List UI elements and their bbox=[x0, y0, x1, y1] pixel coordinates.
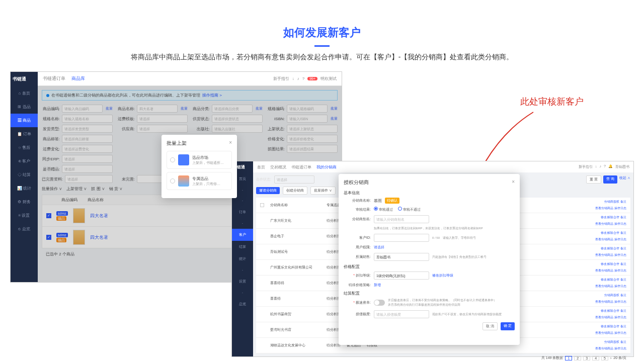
alias-input[interactable]: 请输入分销商别名 bbox=[374, 215, 429, 223]
sidebar-item[interactable]: ⚙ 财务 bbox=[11, 195, 38, 209]
page-5[interactable]: 5 bbox=[601, 356, 608, 360]
cancel-button[interactable]: 取 消 bbox=[482, 322, 498, 330]
permission-label: 用户权限: bbox=[344, 245, 371, 250]
tab-orders[interactable]: 书链通订单 bbox=[291, 164, 311, 170]
tab-my-distributors[interactable]: 我的分销商 bbox=[316, 164, 337, 170]
sidebar-item[interactable]: ◇ 结算 bbox=[11, 168, 38, 182]
sidebar-item[interactable]: ⊞ 选品 bbox=[11, 100, 38, 114]
user-name[interactable]: 育铄图书 bbox=[615, 164, 629, 169]
checkbox[interactable] bbox=[260, 203, 264, 207]
row-actions[interactable]: 分销商授权 备注查看分销商品 操作日志 bbox=[581, 340, 626, 351]
close-icon[interactable]: × bbox=[229, 140, 232, 147]
radio-icon[interactable] bbox=[170, 178, 175, 184]
guide-link[interactable]: 新手指引 bbox=[579, 164, 593, 169]
add-special-price-link[interactable]: 新增 bbox=[374, 283, 381, 288]
authorize-distributor-modal: 授权分销商 × 基本信息 分销商名称: 慕雨 待确认 审核结果: 审核通过 审核… bbox=[339, 174, 520, 345]
row-actions[interactable]: 修改 解除合作 备注查看分销商品 操作日志 bbox=[581, 278, 626, 289]
option-exclusive[interactable]: 专属选品 上架后，只有你… bbox=[167, 172, 232, 190]
exclusive-icon bbox=[178, 175, 189, 187]
collapse-toggle[interactable]: 收起 ∧ bbox=[619, 175, 630, 184]
create-distributor-button[interactable]: 创建分销商 bbox=[283, 187, 307, 195]
modal-title: 授权分销商 bbox=[344, 179, 369, 186]
page-4[interactable]: 4 bbox=[592, 356, 599, 360]
radio-approve[interactable]: 审核通过 bbox=[374, 207, 393, 212]
download-icon[interactable]: ↓ bbox=[292, 76, 294, 81]
row-actions[interactable]: 修改 解除合作 备注查看分销商品 操作日志 bbox=[581, 262, 626, 273]
row-actions[interactable]: 修改 解除合作 备注查看分销商品 操作日志 bbox=[581, 231, 626, 242]
batch-listing-modal: 批量上架 × 选品市场 上架后，书链通所… 专属选品 上架后，只有你… bbox=[162, 135, 237, 198]
notification-badge[interactable]: 99+ bbox=[307, 77, 317, 80]
fast-push-hint: 开启极速推单后，订单将不受分销商金单策略。（同时也不会计入书链通单单中） 并且系… bbox=[388, 298, 515, 307]
help-icon[interactable]: ? bbox=[302, 76, 304, 81]
sidebar-item[interactable]: 总览 bbox=[232, 298, 253, 310]
sidebar-item[interactable]: 📋 订单 bbox=[11, 127, 38, 141]
tab-home[interactable]: 首页 bbox=[257, 164, 265, 170]
section-settlement-config: 结算配置 bbox=[344, 291, 515, 296]
permission-select[interactable]: 请选择 bbox=[374, 245, 384, 250]
sidebar-item[interactable]: ≡ 设置 bbox=[11, 209, 38, 222]
radio-icon[interactable] bbox=[170, 157, 175, 162]
row-actions[interactable]: 分销商授权 备注查看分销商品 操作日志 bbox=[581, 293, 626, 304]
row-actions[interactable]: 修改 解除合作 备注查看分销商品 操作日志 bbox=[581, 309, 626, 320]
guide-link[interactable]: 新手指引 bbox=[273, 76, 289, 81]
page-size[interactable]: 20 条/页 bbox=[613, 355, 626, 360]
sidebar-item[interactable]: ○ 售后 bbox=[11, 141, 38, 154]
close-icon[interactable]: × bbox=[512, 179, 515, 186]
sidebar-item[interactable]: · bbox=[232, 288, 253, 298]
page-3[interactable]: 3 bbox=[583, 356, 590, 360]
bell-icon[interactable]: 🔔 bbox=[608, 164, 613, 169]
sound-icon[interactable]: ♪ bbox=[600, 164, 602, 169]
sales-select[interactable]: 育铄图书 bbox=[374, 253, 429, 261]
download-icon[interactable]: ↓ bbox=[595, 164, 597, 169]
char-count: 0 / 50 bbox=[432, 236, 440, 239]
option-marketplace[interactable]: 选品市场 上架后，书链通所… bbox=[167, 151, 232, 169]
section-basic-info: 基本信息 bbox=[344, 190, 515, 196]
tab-orders[interactable]: 书链通订单 bbox=[43, 75, 65, 82]
option-sub: 上架后，书链通所… bbox=[192, 160, 224, 165]
status-select[interactable]: 请选择 bbox=[274, 175, 314, 184]
row-actions[interactable]: 修改 解除合作 备注查看分销商品 操作日志 bbox=[581, 246, 626, 257]
sidebar-item[interactable]: · bbox=[232, 265, 253, 276]
fast-push-switch[interactable] bbox=[374, 300, 385, 306]
tab-product-library[interactable]: 商品库 bbox=[71, 75, 85, 82]
radio-reject[interactable]: 审核不通过 bbox=[398, 207, 421, 212]
sidebar-item[interactable]: · bbox=[232, 218, 253, 229]
discount-select[interactable]: 1级分销商(无折扣) bbox=[374, 272, 429, 280]
sidebar-item[interactable]: ⌂ 首页 bbox=[11, 86, 38, 100]
sidebar-item[interactable]: ⊕ 客户 bbox=[11, 154, 38, 168]
sidebar: 书链通 ⌂ 首页⊞ 选品☰ 商品📋 订单○ 售后⊕ 客户◇ 结算📊 统计⚙ 财务… bbox=[11, 72, 38, 282]
modal-title: 批量上架 bbox=[167, 140, 187, 147]
page-2[interactable]: 2 bbox=[574, 356, 581, 360]
user-name[interactable]: 明欣测试 bbox=[320, 76, 337, 81]
sidebar-item[interactable]: 订单 bbox=[232, 206, 253, 218]
sidebar-item[interactable]: ⎋ 总览 bbox=[11, 222, 38, 236]
slide-description: 将商品库中商品上架至选品市场，若分销商有意售卖则会发起合作申请。可在【客户】-【… bbox=[0, 53, 644, 62]
app-logo: 书链通 bbox=[11, 72, 38, 86]
row-actions[interactable]: 分销商授权 备注查看分销商品 操作日志 bbox=[581, 200, 626, 211]
sidebar-item[interactable]: 📊 统计 bbox=[11, 182, 38, 195]
reset-button[interactable]: 重 置 bbox=[586, 175, 601, 184]
page-1[interactable]: 1 bbox=[565, 356, 572, 360]
sidebar-item[interactable]: 统计 bbox=[232, 253, 253, 265]
next-page[interactable]: › bbox=[610, 356, 611, 360]
modify-discount-link[interactable]: 修改折扣等级 bbox=[432, 273, 453, 278]
search-button[interactable]: 查 询 bbox=[603, 175, 617, 184]
confirm-button[interactable]: 确 定 bbox=[501, 322, 515, 330]
discount-label: 折扣等级: bbox=[344, 273, 371, 278]
sound-icon[interactable]: ♪ bbox=[297, 76, 299, 81]
customer-id-input[interactable] bbox=[374, 234, 429, 242]
sidebar-item[interactable]: 结算 bbox=[232, 241, 253, 253]
invite-distributor-button[interactable]: 邀请分销商 bbox=[256, 187, 280, 194]
sidebar-item[interactable]: 设置 bbox=[232, 276, 253, 288]
row-actions[interactable]: 修改 解除合作 备注查看分销商品 操作日志 bbox=[581, 324, 626, 335]
customer-id-hint: 请输入数字、字母和符号 bbox=[443, 236, 476, 240]
special-price-label: 特殊价格策略: bbox=[344, 283, 371, 288]
distributor-name: 喜喜得 bbox=[270, 296, 320, 301]
sidebar-item[interactable]: 客户 bbox=[232, 229, 253, 241]
tab-trade[interactable]: 交易概况 bbox=[270, 164, 286, 170]
credit-input[interactable]: 请输入授信额度 bbox=[374, 310, 429, 318]
help-icon[interactable]: ? bbox=[604, 164, 606, 169]
sidebar-item[interactable]: ☰ 商品 bbox=[11, 114, 38, 127]
batch-action-button[interactable]: 批量操作 ∨ bbox=[310, 187, 336, 195]
row-actions[interactable]: 修改 解除合作 备注查看分销商品 操作日志 bbox=[581, 215, 626, 226]
